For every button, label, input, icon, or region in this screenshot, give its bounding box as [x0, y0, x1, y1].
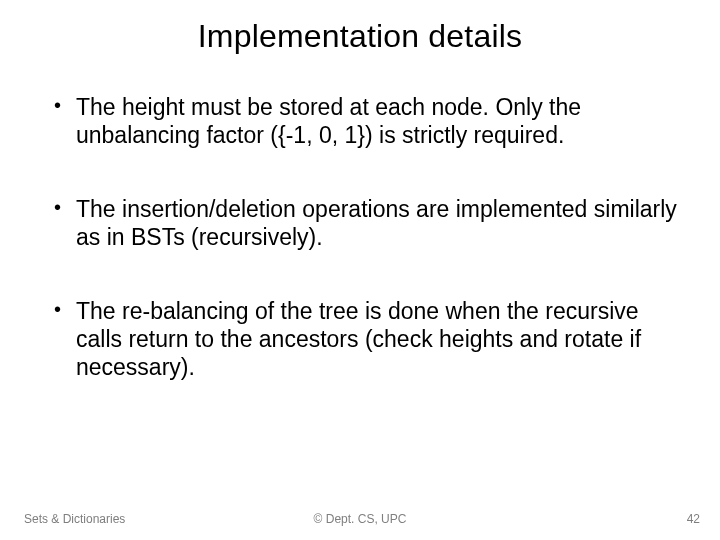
page-number: 42	[687, 512, 700, 526]
bullet-item: The re-balancing of the tree is done whe…	[48, 297, 680, 381]
footer: Sets & Dictionaries © Dept. CS, UPC 42	[0, 512, 720, 526]
bullet-list: The height must be stored at each node. …	[40, 93, 680, 381]
footer-left: Sets & Dictionaries	[24, 512, 125, 526]
slide-title: Implementation details	[40, 18, 680, 55]
slide: Implementation details The height must b…	[0, 0, 720, 540]
footer-center: © Dept. CS, UPC	[314, 512, 407, 526]
bullet-item: The insertion/deletion operations are im…	[48, 195, 680, 251]
bullet-item: The height must be stored at each node. …	[48, 93, 680, 149]
